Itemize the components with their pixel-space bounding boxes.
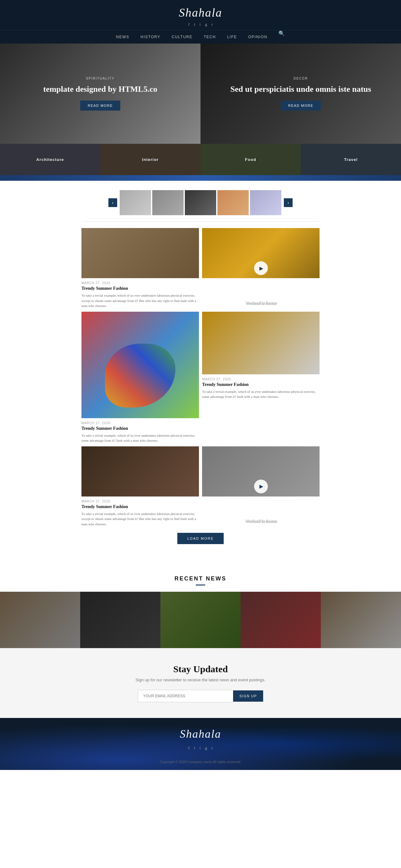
footer-logo: Shahala: [0, 727, 401, 741]
post-title-2: Trendy Summer Fashion: [82, 426, 199, 431]
carousel-thumb-4[interactable]: [217, 190, 249, 215]
footer-social-bar: f t i g r: [0, 746, 401, 750]
nav-news[interactable]: NEWS: [111, 30, 135, 43]
header-social-bar: f t i g r: [0, 22, 401, 27]
news-item-2[interactable]: [80, 592, 160, 648]
footer-rss-icon[interactable]: r: [212, 746, 213, 750]
post-thumb-food2: [202, 312, 319, 374]
newsletter-email-input[interactable]: [138, 690, 233, 702]
nav-tech[interactable]: TECH: [198, 30, 221, 43]
post-date-1: MARCH 27, 2020: [82, 281, 199, 285]
posts-divider: [82, 221, 319, 222]
post-row-3: MARCH 27, 2020 Trendy Summer Fashion To …: [82, 446, 319, 527]
post-card-5: MARCH 27, 2020 Trendy Summer Fashion To …: [82, 446, 199, 527]
googleplus-icon[interactable]: g: [205, 22, 207, 27]
site-header: Shahala f t i g r NEWS HISTORY CULTURE T…: [0, 0, 401, 43]
newsletter-subtitle: Sign up for our newsletter to receive th…: [6, 678, 395, 682]
carousel-thumb-1[interactable]: [120, 190, 151, 215]
twitter-icon[interactable]: t: [194, 22, 195, 27]
recent-news-title: RECENT NEWS: [0, 576, 401, 582]
main-nav: NEWS HISTORY CULTURE TECH LIFE OPINION 🔍: [0, 30, 401, 43]
category-food[interactable]: Food: [201, 144, 301, 175]
nav-opinion[interactable]: OPINION: [243, 30, 273, 43]
post-date-3: MARCH 27, 2020: [202, 377, 319, 381]
search-icon[interactable]: 🔍: [273, 26, 290, 40]
post-title-5: Trendy Summer Fashion: [82, 504, 199, 509]
newsletter-signup-button[interactable]: SIGN UP: [233, 690, 263, 702]
video-play-button-2[interactable]: [254, 479, 268, 493]
hero-section: SPIRITUALITY template designed by HTML5.…: [0, 43, 401, 144]
post-date-2: MARCH 27, 2020: [82, 421, 199, 425]
carousel-prev-button[interactable]: ‹: [109, 198, 117, 207]
category-food-label: Food: [245, 157, 256, 162]
post-excerpt-5: To take a trivial example, which of us e…: [82, 511, 199, 527]
rss-icon[interactable]: r: [212, 22, 213, 27]
carousel-images: [117, 190, 284, 215]
carousel-thumb-5[interactable]: [250, 190, 281, 215]
post-excerpt-2: To take a trivial example, which of us e…: [82, 433, 199, 443]
post-video-label-2: Weekend In Boston: [245, 519, 276, 523]
post-title-1: Trendy Summer Fashion: [82, 286, 199, 291]
carousel-thumb-3[interactable]: [185, 190, 216, 215]
post-row-2: MARCH 27, 2020 Trendy Summer Fashion To …: [82, 312, 319, 443]
load-more-button[interactable]: LOAD MORE: [177, 533, 224, 544]
carousel-next-button[interactable]: ›: [284, 198, 292, 207]
hero-right-title: Sed ut perspiciatis unde omnis iste natu…: [221, 84, 380, 95]
post-col-left-2: MARCH 27, 2020 Trendy Summer Fashion To …: [82, 312, 199, 443]
recent-news-underline: [196, 585, 205, 585]
post-thumb-choc: [82, 446, 199, 496]
footer-twitter-icon[interactable]: t: [194, 746, 195, 750]
carousel-thumb-2[interactable]: [152, 190, 184, 215]
category-travel[interactable]: Travel: [301, 144, 401, 175]
nav-life[interactable]: LIFE: [221, 30, 243, 43]
hero-left: SPIRITUALITY template designed by HTML5.…: [0, 43, 201, 144]
site-footer: Shahala f t i g r Copyright © 2020 Compa…: [0, 718, 401, 770]
blue-divider: [0, 175, 401, 181]
post-excerpt-3: To take a trivial example, which of us e…: [202, 389, 319, 399]
category-architecture-label: Architecture: [36, 157, 64, 162]
hero-left-category: SPIRITUALITY: [86, 77, 114, 80]
hero-right-category: DECOR: [294, 77, 308, 80]
load-more-wrap: LOAD MORE: [82, 533, 319, 544]
category-architecture[interactable]: Architecture: [0, 144, 100, 175]
news-item-4[interactable]: [241, 592, 321, 648]
post-col-right-2: MARCH 27, 2020 Trendy Summer Fashion To …: [202, 312, 319, 443]
nav-culture[interactable]: CULTURE: [166, 30, 198, 43]
newsletter-section: Stay Updated Sign up for our newsletter …: [0, 648, 401, 718]
category-strip: Architecture Interior Food Travel: [0, 144, 401, 175]
footer-instagram-icon[interactable]: i: [199, 746, 201, 750]
post-card-1: MARCH 27, 2020 Trendy Summer Fashion To …: [82, 228, 199, 309]
newsletter-form: SIGN UP: [138, 690, 263, 702]
footer-facebook-icon[interactable]: f: [188, 746, 189, 750]
video-play-button-1[interactable]: [254, 261, 268, 275]
hero-left-title: template designed by HTML5.co: [34, 84, 167, 95]
newsletter-title: Stay Updated: [6, 664, 395, 674]
post-info-1: MARCH 27, 2020 Trendy Summer Fashion To …: [82, 278, 199, 309]
instagram-icon[interactable]: i: [199, 22, 201, 27]
category-interior-label: Interior: [142, 157, 159, 162]
hero-right-readmore-button[interactable]: READ MORE: [281, 100, 321, 111]
category-interior[interactable]: Interior: [100, 144, 201, 175]
facebook-icon[interactable]: f: [188, 22, 189, 27]
post-thumb-art: [82, 312, 199, 418]
post-card-2: Weekend in Boston: [202, 228, 319, 309]
post-info-2: MARCH 27, 2020 Trendy Summer Fashion To …: [82, 418, 199, 443]
category-travel-label: Travel: [344, 157, 358, 162]
recent-news-section: RECENT NEWS: [0, 566, 401, 648]
posts-section: MARCH 27, 2020 Trendy Summer Fashion To …: [82, 221, 319, 566]
carousel-section: ‹ ›: [0, 181, 401, 221]
footer-copyright: Copyright © 2020 Company name All rights…: [0, 760, 401, 764]
news-item-3[interactable]: [160, 592, 241, 648]
news-item-1[interactable]: [0, 592, 80, 648]
news-strip: [0, 592, 401, 648]
header-logo: Shahala: [0, 6, 401, 20]
post-date-5: MARCH 27, 2020: [82, 500, 199, 503]
post-thumb-books: [82, 228, 199, 278]
post-row-1: MARCH 27, 2020 Trendy Summer Fashion To …: [82, 228, 319, 309]
footer-googleplus-icon[interactable]: g: [205, 746, 207, 750]
nav-history[interactable]: HISTORY: [135, 30, 166, 43]
post-video-label-1: Weekend in Boston: [245, 301, 276, 305]
news-item-5[interactable]: [321, 592, 401, 648]
hero-left-readmore-button[interactable]: READ MORE: [80, 100, 120, 111]
post-title-3: Trendy Summer Fashion: [202, 382, 319, 387]
